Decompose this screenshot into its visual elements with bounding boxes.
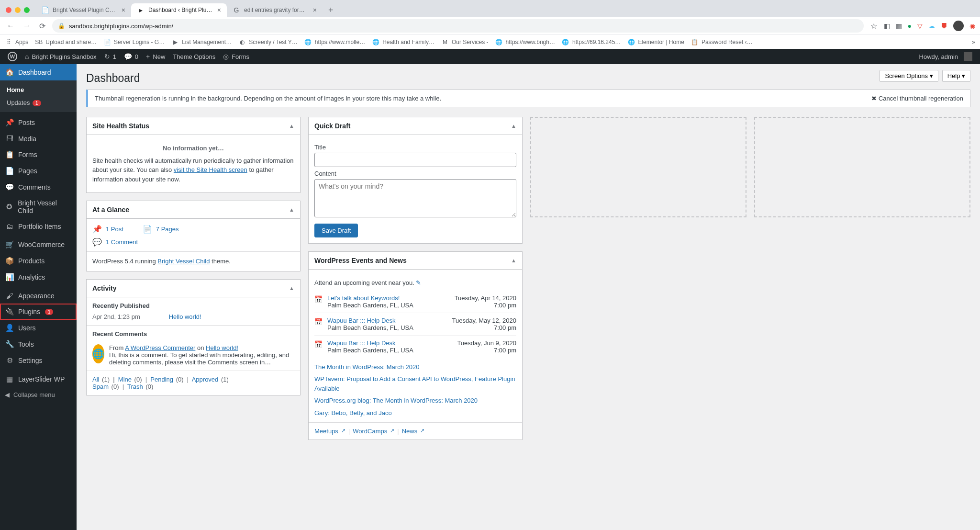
url-field[interactable]: 🔒 sandbox.brightplugins.com/wp-admin/ <box>52 19 864 33</box>
wordcamps-link[interactable]: WordCamps <box>353 428 387 435</box>
event-link[interactable]: Wapuu Bar ::: Help Desk <box>327 317 396 324</box>
bookmark-star-icon[interactable]: ☆ <box>869 20 879 33</box>
bookmark-item[interactable]: ◐Screenly / Test Y… <box>238 38 298 46</box>
bookmark-item[interactable]: MOur Services - <box>441 38 489 46</box>
event-link[interactable]: Wapuu Bar ::: Help Desk <box>327 339 396 347</box>
bookmark-item[interactable]: 🌐Health and Family… <box>372 38 434 46</box>
news-link[interactable]: Gary: Bebo, Betty, and Jaco <box>314 409 392 417</box>
toggle-icon[interactable]: ▲ <box>289 285 294 291</box>
forward-button[interactable]: → <box>21 20 33 32</box>
theme-options[interactable]: Theme Options <box>169 53 219 60</box>
theme-link[interactable]: Bright Vessel Child <box>157 258 210 265</box>
new-tab-button[interactable]: + <box>324 3 337 17</box>
menu-item[interactable]: ✪Bright Vessel Child <box>0 195 77 218</box>
menu-item[interactable]: 🎞Media <box>0 131 77 147</box>
menu-item[interactable]: 👤Users <box>0 320 77 336</box>
event-link[interactable]: Let's talk about Keywords! <box>327 294 400 302</box>
submenu-home[interactable]: Home <box>0 83 77 96</box>
help-button[interactable]: Help ▾ <box>942 70 970 82</box>
news-link[interactable]: The Month in WordPress: March 2020 <box>314 363 419 371</box>
wp-logo[interactable]: W <box>4 52 21 61</box>
menu-item[interactable]: 📋Forms <box>0 147 77 163</box>
tab-close-icon[interactable]: × <box>122 6 125 14</box>
toggle-icon[interactable]: ▲ <box>511 123 516 129</box>
screen-options-button[interactable]: Screen Options ▾ <box>880 70 938 82</box>
browser-tab[interactable]: Gedit entries gravity forms - Go× <box>227 3 323 17</box>
bookmark-item[interactable]: ▶List Management… <box>171 38 232 46</box>
submenu-updates[interactable]: Updates 1 <box>0 96 77 109</box>
comment-post-link[interactable]: Hello world! <box>206 344 238 351</box>
ext-icon[interactable]: ⛊ <box>941 22 947 30</box>
filter-pending[interactable]: Pending <box>150 376 173 383</box>
site-name[interactable]: ⌂Bright Plugins Sandbox <box>21 53 100 60</box>
comments-link[interactable]: 1 Comment <box>106 238 138 246</box>
bookmark-item[interactable]: 🌐https://www.molle… <box>304 38 365 46</box>
bookmark-item[interactable]: SBUpload and share… <box>35 38 97 46</box>
menu-item[interactable]: 🔌Plugins1 <box>0 304 77 320</box>
pages-link[interactable]: 7 Pages <box>156 226 179 233</box>
menu-item[interactable]: 📊Analytics <box>0 269 77 285</box>
bookmark-item[interactable]: 📋Password Reset ‹… <box>691 38 753 46</box>
bookmark-item[interactable]: ⠿Apps <box>5 38 28 46</box>
toggle-icon[interactable]: ▲ <box>289 207 294 213</box>
news-link[interactable]: WordPress.org blog: The Month in WordPre… <box>314 397 478 404</box>
ext-icon[interactable]: ▽ <box>917 22 923 30</box>
toggle-icon[interactable]: ▲ <box>289 123 294 129</box>
menu-item[interactable]: 📦Products <box>0 253 77 269</box>
bookmark-item[interactable]: 🌐Elementor | Home <box>627 38 684 46</box>
ext-icon[interactable]: ☁ <box>928 22 935 30</box>
save-draft-button[interactable]: Save Draft <box>314 224 358 237</box>
filter-trash[interactable]: Trash <box>127 383 143 390</box>
post-link[interactable]: Hello world! <box>169 313 201 320</box>
menu-item[interactable]: 📄Pages <box>0 163 77 179</box>
close-window[interactable] <box>6 7 11 13</box>
filter-spam[interactable]: Spam <box>92 383 109 390</box>
menu-item[interactable]: 📌Posts <box>0 114 77 131</box>
reload-button[interactable]: ⟳ <box>37 20 47 33</box>
ext-icon[interactable]: ◉ <box>969 22 975 30</box>
collapse-menu[interactable]: ◀Collapse menu <box>0 387 77 402</box>
menu-item[interactable]: 💬Comments <box>0 179 77 195</box>
draft-title-input[interactable] <box>314 153 516 167</box>
bookmark-item[interactable]: 🌐https://www.brigh… <box>495 38 555 46</box>
toggle-icon[interactable]: ▲ <box>511 258 516 263</box>
empty-column[interactable] <box>530 117 746 217</box>
ext-icon[interactable]: ▦ <box>896 22 902 30</box>
meetups-link[interactable]: Meetups <box>314 428 338 435</box>
empty-column[interactable] <box>754 117 970 217</box>
cancel-regeneration[interactable]: ✖ Cancel thumbnail regeneration <box>871 95 963 102</box>
menu-item[interactable]: 🔧Tools <box>0 336 77 352</box>
updates-link[interactable]: ↻1 <box>100 53 120 60</box>
tab-close-icon[interactable]: × <box>313 6 317 14</box>
menu-item[interactable]: ▦LayerSlider WP <box>0 371 77 387</box>
filter-mine[interactable]: Mine <box>118 376 132 383</box>
back-button[interactable]: ← <box>5 20 16 32</box>
maximize-window[interactable] <box>24 7 30 13</box>
menu-item[interactable]: 🖌Appearance <box>0 288 77 304</box>
bookmark-item[interactable]: 📄Server Logins - G… <box>103 38 165 46</box>
profile-avatar[interactable] <box>953 21 964 31</box>
draft-content-input[interactable] <box>314 179 516 217</box>
new-content[interactable]: +New <box>142 53 169 60</box>
browser-tab[interactable]: ▸Dashboard ‹ Bright Plugins Sa…× <box>131 3 227 17</box>
ext-icon[interactable]: ● <box>908 22 912 30</box>
browser-tab[interactable]: 📄Bright Vessel Plugin Copy - Go× <box>35 3 131 17</box>
menu-item[interactable]: ⚙Settings <box>0 352 77 369</box>
forms-link[interactable]: ◎Forms <box>219 53 253 60</box>
howdy[interactable]: Howdy, admin <box>915 52 976 61</box>
edit-location-icon[interactable]: ✎ <box>416 279 421 286</box>
filter-approved[interactable]: Approved <box>192 376 219 383</box>
tab-close-icon[interactable]: × <box>217 6 221 14</box>
comments-link[interactable]: 💬0 <box>120 53 142 60</box>
minimize-window[interactable] <box>15 7 21 13</box>
news-link[interactable]: WPTavern: Proposal to Add a Consent API … <box>314 375 515 392</box>
posts-link[interactable]: 1 Post <box>106 226 123 233</box>
filter-all[interactable]: All <box>92 376 99 383</box>
bookmarks-overflow[interactable]: » <box>972 39 975 45</box>
ext-icon[interactable]: ◧ <box>884 22 890 30</box>
news-link[interactable]: News <box>402 428 418 435</box>
menu-item[interactable]: 🛒WooCommerce <box>0 237 77 253</box>
menu-item[interactable]: 🗂Portfolio Items <box>0 218 77 234</box>
bookmark-item[interactable]: 🌐https://69.16.245… <box>562 38 621 46</box>
commenter-link[interactable]: A WordPress Commenter <box>125 344 195 351</box>
